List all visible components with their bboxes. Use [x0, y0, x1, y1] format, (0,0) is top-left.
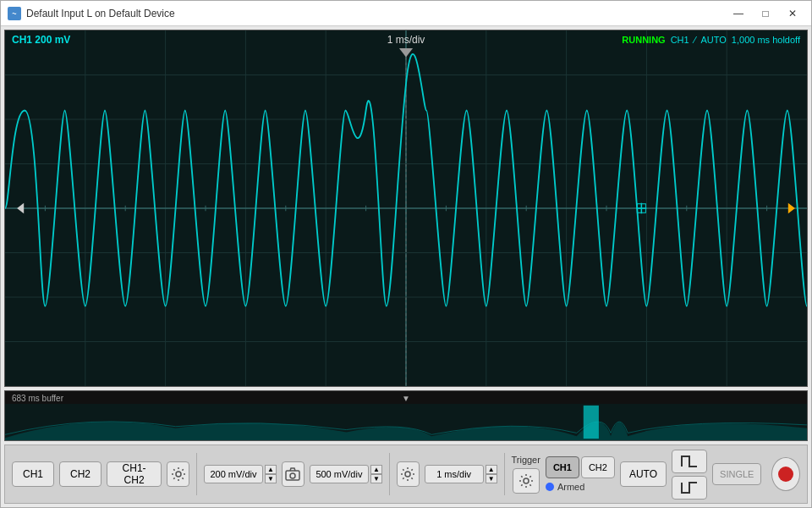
trigger-label: Trigger	[511, 455, 540, 465]
record-button[interactable]	[771, 457, 800, 491]
minimize-button[interactable]: —	[727, 5, 750, 22]
timebase-input[interactable]	[425, 465, 484, 483]
armed-status-row: Armed	[546, 482, 615, 492]
ch2-volts-up[interactable]: ▲	[370, 465, 382, 474]
single-button[interactable]: SINGLE	[712, 463, 761, 485]
ch2-volts-row: ▲ ▼	[310, 465, 382, 483]
main-window: ~ Default Input L on Default Device — □ …	[0, 0, 812, 508]
ch1-volts-row: ▲ ▼	[204, 465, 277, 483]
close-button[interactable]: ✕	[781, 5, 804, 22]
svg-point-41	[524, 478, 529, 483]
svg-point-37	[176, 472, 181, 477]
timebase-settings-icon[interactable]	[397, 461, 420, 487]
ch-settings-icon[interactable]	[167, 461, 189, 487]
maximize-button[interactable]: □	[754, 5, 777, 22]
auto-button[interactable]: AUTO	[620, 461, 667, 487]
timebase-spinbox: ▲ ▼	[425, 465, 497, 483]
divider-2	[389, 453, 390, 495]
trigger-section: Trigger	[511, 455, 540, 494]
window-title: Default Input L on Default Device	[26, 8, 727, 19]
trigger-settings-icon[interactable]	[513, 468, 540, 494]
buffer-waveform-svg	[5, 404, 807, 440]
app-icon-symbol: ~	[12, 9, 16, 18]
armed-indicator	[546, 483, 554, 491]
ch1-volts-down[interactable]: ▼	[265, 474, 277, 483]
slope-buttons	[672, 450, 707, 500]
titlebar: ~ Default Input L on Default Device — □ …	[1, 1, 811, 26]
ch1-volts-arrows: ▲ ▼	[265, 465, 277, 483]
app-icon: ~	[8, 7, 21, 20]
snapshot-icon[interactable]	[282, 461, 304, 487]
divider-1	[196, 453, 197, 495]
trigger-channel-group: CH1 CH2 Armed	[546, 456, 615, 492]
record-dot-icon	[778, 467, 793, 482]
ch1-button[interactable]: CH1	[12, 461, 54, 487]
divider-3	[504, 453, 505, 495]
buffer-label: 683 ms buffer	[12, 394, 63, 403]
timebase-up[interactable]: ▲	[486, 465, 497, 474]
ch2-volts-arrows: ▲ ▼	[370, 465, 382, 483]
main-content: CH1 200 mV 1 ms/div RUNNING CH1 ∕ AUTO 1…	[1, 26, 811, 507]
timebase-arrows: ▲ ▼	[486, 465, 497, 483]
trigger-ch1-button[interactable]: CH1	[546, 456, 579, 478]
timebase-down[interactable]: ▼	[486, 474, 497, 483]
svg-point-39	[290, 473, 295, 478]
armed-label: Armed	[557, 482, 584, 492]
scope-display: CH1 200 mV 1 ms/div RUNNING CH1 ∕ AUTO 1…	[4, 30, 808, 387]
buffer-position-arrow: ▼	[402, 394, 410, 403]
window-controls: — □ ✕	[727, 5, 804, 22]
trigger-ch-buttons: CH1 CH2	[546, 456, 615, 478]
ch2-button[interactable]: CH2	[59, 461, 102, 487]
ch1-volts-spinbox: ▲ ▼	[204, 465, 277, 483]
buffer-area: 683 ms buffer ▼	[4, 390, 808, 441]
fall-slope-button[interactable]	[672, 476, 707, 500]
ch1-volts-input[interactable]	[204, 465, 263, 483]
waveform-svg	[5, 30, 807, 386]
ch2-volts-spinbox: ▲ ▼	[310, 465, 382, 483]
svg-point-40	[405, 472, 410, 477]
ch1-volts-up[interactable]: ▲	[265, 465, 277, 474]
ch2-volts-down[interactable]: ▼	[370, 474, 382, 483]
controls-bar: CH1 CH2 CH1-CH2 ▲ ▼	[4, 444, 808, 504]
timebase-row: ▲ ▼	[425, 465, 497, 483]
trigger-ch2-button[interactable]: CH2	[581, 456, 615, 478]
ch1ch2-button[interactable]: CH1-CH2	[107, 461, 162, 487]
svg-rect-36	[584, 406, 599, 439]
ch2-volts-input[interactable]	[310, 465, 369, 483]
rise-slope-button[interactable]	[672, 450, 707, 473]
